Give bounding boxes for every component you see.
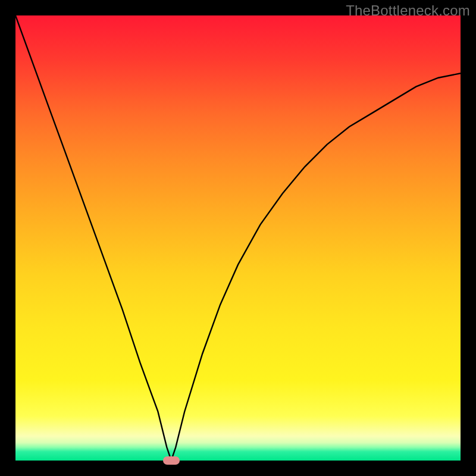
watermark-text: TheBottleneck.com <box>346 2 470 19</box>
optimum-marker <box>163 456 180 465</box>
chart-plot-area <box>15 15 461 461</box>
bottleneck-curve <box>15 15 461 461</box>
